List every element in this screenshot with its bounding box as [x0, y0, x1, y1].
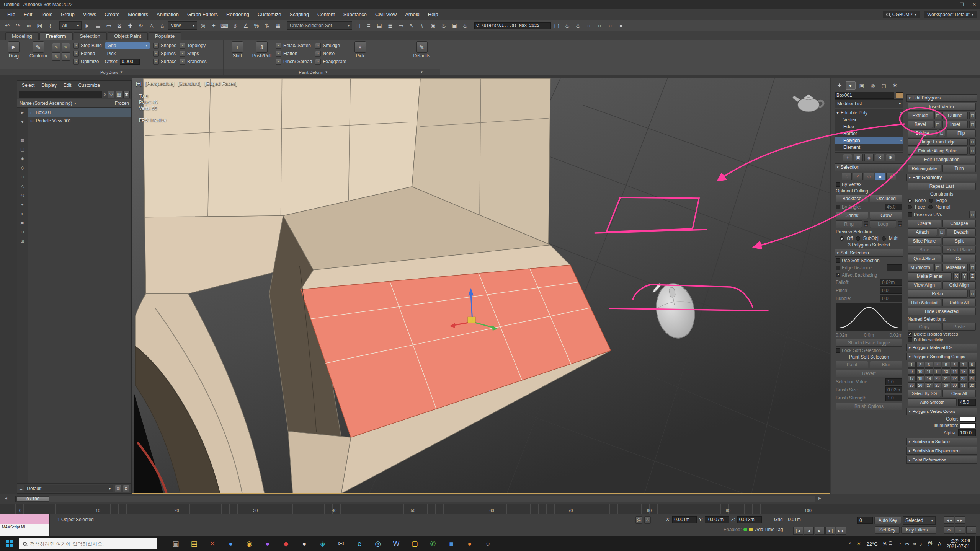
smoothing-group-16[interactable]: 16	[968, 368, 976, 375]
scene-explorer-toggle-icon[interactable]: ▤	[374, 21, 384, 30]
paint-deform-smudge[interactable]: ▪Smudge	[315, 42, 346, 49]
flip-button[interactable]: Flip	[947, 129, 976, 137]
menu-tools[interactable]: Tools	[36, 9, 56, 20]
edge-distance-field[interactable]	[887, 264, 902, 271]
y-coordinate-field[interactable]: -0.007m	[705, 516, 729, 523]
keyboard-override-icon[interactable]: ⌨	[219, 21, 229, 30]
smoothing-group-22[interactable]: 22	[951, 375, 959, 381]
repeat-last-button[interactable]: Repeat Last	[908, 183, 976, 190]
polydraw-optimize[interactable]: ▪Optimize	[73, 58, 102, 65]
explorer-tool-icon[interactable]: ▦	[19, 137, 26, 143]
bevel-button[interactable]: Bevel	[908, 121, 933, 128]
maxscript-mini-listener[interactable]: MAXScript Mi	[0, 514, 50, 536]
render-iterative-icon[interactable]: ♨	[573, 21, 583, 30]
use-soft-selection-checkbox[interactable]	[836, 258, 840, 263]
smoothing-group-4[interactable]: 4	[934, 362, 942, 368]
explorer-tool-icon[interactable]: △	[19, 183, 26, 189]
selection-set-key-dropdown[interactable]: Selected▾	[903, 516, 936, 525]
inset-button[interactable]: Inset	[942, 121, 968, 128]
taskbar-clock[interactable]: 오전 3:06 2021-07-01	[947, 538, 970, 549]
stack-item-border[interactable]: Border	[835, 130, 903, 137]
smoothing-group-31[interactable]: 31	[959, 382, 967, 388]
selection-value-field[interactable]: 1.0	[885, 378, 902, 385]
use-pivot-center-icon[interactable]: ◎	[198, 21, 208, 30]
modifier-list-dropdown[interactable]: Modifier List ▾	[835, 99, 903, 108]
conform-brush-icon[interactable]: ✎	[52, 43, 60, 51]
smoothing-group-17[interactable]: 17	[908, 375, 916, 381]
smoothing-group-25[interactable]: 25	[908, 382, 916, 388]
bubble-field[interactable]: 0.0	[880, 295, 902, 302]
explorer-menu-edit[interactable]: Edit	[60, 83, 75, 88]
brush-size-field[interactable]: 0.02m	[885, 386, 902, 393]
make-planar-z-button[interactable]: Z	[969, 272, 976, 280]
ribbon-toggle-icon[interactable]: ▭	[396, 21, 406, 30]
edge-mode-icon[interactable]: ∕	[853, 173, 863, 180]
explorer-tool-icon[interactable]: ▣	[19, 219, 26, 226]
slice-plane-button[interactable]: Slice Plane	[908, 237, 941, 245]
attach-button[interactable]: Attach	[908, 228, 937, 236]
smoothing-group-2[interactable]: 2	[916, 362, 924, 368]
smoothing-group-18[interactable]: 18	[916, 375, 924, 381]
make-planar-button[interactable]: Make Planar	[908, 272, 952, 280]
menu-arnold[interactable]: Arnold	[401, 9, 424, 20]
polydraw-topology[interactable]: ▪Topology	[180, 42, 207, 49]
rectangular-selection-icon[interactable]: ▭	[104, 21, 114, 30]
hinge-settings-icon[interactable]: □	[969, 138, 976, 146]
ribbon-tab-selection[interactable]: Selection	[74, 32, 107, 40]
perspective-viewport[interactable]: [+] [Perspective] [Standard] [Edged Face…	[132, 78, 830, 494]
polydraw-splines[interactable]: ▪Splines	[153, 50, 176, 57]
utilities-tab[interactable]: ✱	[890, 81, 900, 90]
select-by-name-icon[interactable]: ▤	[93, 21, 103, 30]
edge-distance-checkbox[interactable]	[836, 266, 840, 270]
material-editor-icon[interactable]: ◉	[428, 21, 438, 30]
smoothing-group-15[interactable]: 15	[959, 368, 967, 375]
msmooth-settings-icon[interactable]: □	[934, 264, 941, 271]
hide-unselected-button[interactable]: Hide Unselected	[908, 308, 976, 315]
minimize-button[interactable]: —	[947, 2, 951, 7]
auto-key-button[interactable]: Auto Key	[874, 517, 901, 524]
show-end-result-icon[interactable]: ▣	[854, 154, 863, 161]
backface-button[interactable]: Backface	[836, 195, 868, 202]
explorer-menu-customize[interactable]: Customize	[75, 83, 103, 88]
taskbar-app-icon[interactable]: ●	[462, 536, 478, 551]
explorer-settings-icon[interactable]: ✱	[123, 91, 130, 98]
make-planar-y-button[interactable]: Y	[961, 272, 968, 280]
ribbon-tab-freeform[interactable]: Freeform	[39, 32, 73, 40]
stack-item-edge[interactable]: Edge	[835, 123, 903, 130]
tray-icon[interactable]: ◔	[898, 541, 902, 547]
taskbar-app-icon[interactable]: ✉	[333, 536, 349, 551]
reference-coordinate-dropdown[interactable]: View ▾	[168, 21, 197, 30]
taskbar-app-icon[interactable]: ●	[223, 536, 239, 551]
current-frame-field[interactable]: 0	[858, 517, 873, 524]
selection-rollout-header[interactable]: ▾Selection	[835, 163, 903, 171]
schematic-view-icon[interactable]: #	[417, 21, 427, 30]
smoothing-group-26[interactable]: 26	[916, 382, 924, 388]
preview-off-radio[interactable]	[840, 236, 844, 241]
alpha-field[interactable]: 100.0	[958, 429, 976, 436]
workspace-circle-icon[interactable]: ○	[605, 21, 615, 30]
display-tab[interactable]: ▢	[879, 81, 889, 90]
named-selection-set-dropdown[interactable]: Create Selection Set ▾	[287, 21, 352, 30]
make-planar-x-button[interactable]: X	[953, 272, 960, 280]
menu-civil-view[interactable]: Civil View	[371, 9, 401, 20]
tray-icon[interactable]: ≈	[913, 541, 916, 547]
slice-button[interactable]: Slice	[908, 246, 941, 254]
taskbar-app-icon[interactable]: ◉	[241, 536, 257, 551]
paint-deform-flatten[interactable]: ▪Flatten	[276, 50, 312, 57]
render-production-icon[interactable]: ♨	[562, 21, 572, 30]
smoothing-group-5[interactable]: 5	[942, 362, 950, 368]
element-mode-icon[interactable]: ◆	[886, 173, 896, 180]
outline-settings-icon[interactable]: □	[969, 112, 976, 119]
smoothing-group-11[interactable]: 11	[925, 368, 933, 375]
select-and-rotate-icon[interactable]: ↻	[136, 21, 146, 30]
paint-deform-relax-soften[interactable]: ▪Relax/ Soften	[276, 42, 312, 49]
taskbar-app-icon[interactable]: ●	[296, 536, 312, 551]
clear-all-button[interactable]: Clear All	[942, 390, 976, 397]
explorer-tool-icon[interactable]: □	[19, 173, 26, 180]
tessellate-button[interactable]: Tessellate	[942, 264, 968, 271]
constraint-normal-radio[interactable]	[928, 205, 933, 209]
conform-brush-icon[interactable]: ✎	[62, 52, 70, 61]
playback-button[interactable]: ◄	[804, 527, 814, 535]
explorer-tool-icon[interactable]: ⊞	[19, 238, 26, 245]
menu-graph-editors[interactable]: Graph Editors	[183, 9, 222, 20]
